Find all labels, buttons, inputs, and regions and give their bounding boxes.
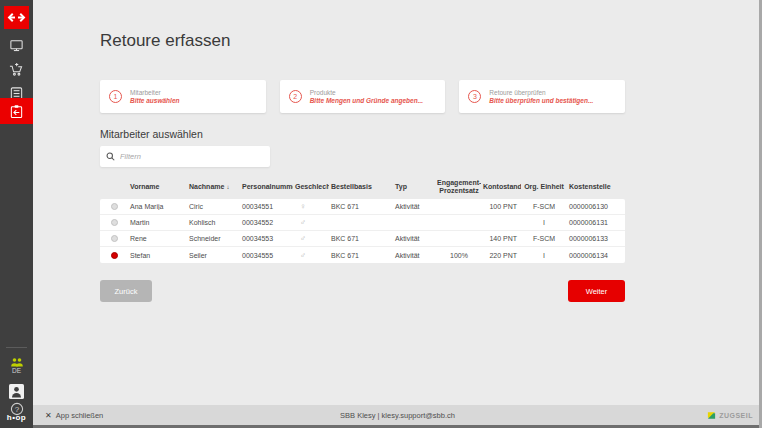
kostenstelle-cell: 0000006130 [567,203,625,210]
sort-descending-icon[interactable]: ↓ [226,184,229,190]
typ-cell: Aktivität [393,252,437,259]
page-title: Retoure erfassen [100,31,230,51]
search-icon [106,152,115,161]
step-label: Retoure überprüfen [489,89,593,96]
vorname-cell: Rene [128,235,187,242]
table-header-row: Vorname Nachname↓ Personalnummer Geschle… [100,175,625,199]
step-label: Mitarbeiter [130,89,179,96]
table-header: Vorname Nachname↓ Personalnummer Geschle… [100,175,625,199]
column-header-9[interactable]: Kostenstelle [567,183,625,191]
zugseil-brand: ZUGSEIL [707,411,753,420]
column-header-7[interactable]: Kontostand [481,183,521,191]
nachname-cell: Kohlisch [187,219,240,226]
personalnummer-cell: 00034553 [240,235,293,242]
table-row[interactable]: Ana Marija Ciric 00034551 ♀ BKC 671 Akti… [100,199,625,215]
personalnummer-cell: 00034555 [240,252,293,259]
org-einheit-cell: F-SCM [521,235,567,242]
monitor-icon [9,38,24,53]
row-select-radio[interactable] [111,252,118,259]
row-select-radio[interactable] [111,219,118,226]
column-header-3[interactable]: Geschlecht [293,183,329,191]
step-card-3[interactable]: 3 Retoure überprüfen Bitte überprüfen un… [459,80,625,113]
close-icon: ✕ [45,411,52,420]
engagement-cell: 100% [437,252,481,259]
column-header-label: Engagement-Prozentsatz [437,179,481,194]
zugseil-logo-icon [707,411,716,420]
add-to-cart-icon [9,62,24,77]
column-header-4[interactable]: Bestellbasis [329,183,393,191]
vorname-cell: Martin [128,219,187,226]
nachname-cell: Seiler [187,252,240,259]
sbb-double-arrow-icon [6,12,27,23]
step-number: 1 [114,93,118,100]
step-number-badge: 1 [109,90,122,103]
vorname-cell: Stefan [128,252,187,259]
step-number: 2 [293,93,297,100]
row-select-radio[interactable] [111,203,118,210]
org-einheit-cell: I [521,219,567,226]
column-header-label: Bestellbasis [331,183,372,190]
kontostand-cell: 100 PNT [481,203,521,210]
zugseil-brand-label: ZUGSEIL [719,412,753,419]
bestellbasis-cell: BKC 671 [329,235,393,242]
footer-bar: ✕ App schließen SBB Klesy | klesy.suppor… [33,405,762,428]
column-header-0[interactable]: Vorname [128,183,187,191]
table-body: Ana Marija Ciric 00034551 ♀ BKC 671 Akti… [100,199,625,263]
org-einheit-cell: F-SCM [521,203,567,210]
typ-cell: Aktivität [393,203,437,210]
step-card-1[interactable]: 1 Mitarbeiter Bitte auswählen [100,80,266,113]
gender-male-icon: ♂ [293,234,329,243]
column-header-label: Kostenstelle [569,183,611,190]
gender-male-icon: ♂ [293,251,329,260]
kostenstelle-cell: 0000006131 [567,219,625,226]
step-hint: Bitte auswählen [130,97,179,104]
column-header-label: Kontostand [483,183,521,190]
select-cell [100,235,128,243]
org-einheit-cell: I [521,252,567,259]
sidebar-item-order[interactable] [0,57,33,82]
column-header-label: Nachname [189,183,224,190]
stepper: 1 Mitarbeiter Bitte auswählen 2 Produkte… [100,80,625,113]
sidebar-divider [6,347,27,348]
personalnummer-cell: 00034551 [240,203,293,210]
back-button[interactable]: Zurück [100,280,152,302]
step-label: Produkte [310,89,423,96]
svg-text:?: ? [14,404,19,413]
column-header-6[interactable]: Engagement-Prozentsatz [437,179,481,196]
kontostand-cell: 140 PNT [481,235,521,242]
table-row[interactable]: Martin Kohlisch 00034552 ♂ I 0000006131 [100,215,625,231]
column-header-label: Geschlecht [295,183,329,190]
personalnummer-cell: 00034552 [240,219,293,226]
table-row[interactable]: Stefan Seiler 00034555 ♂ BKC 671 Aktivit… [100,247,625,263]
filter-input[interactable] [120,152,264,161]
column-header-2[interactable]: Personalnummer [240,183,293,191]
gender-female-icon: ♀ [293,202,329,211]
next-button[interactable]: Weiter [568,280,625,302]
row-select-radio[interactable] [111,235,118,242]
step-card-2[interactable]: 2 Produkte Bitte Mengen und Gründe angeb… [280,80,446,113]
app-close-label: App schließen [56,411,104,420]
nachname-cell: Ciric [187,203,240,210]
table-row[interactable]: Rene Schneider 00034553 ♂ BKC 671 Aktivi… [100,231,625,247]
filter-box [100,146,270,167]
column-header-label: Vorname [130,183,159,190]
sidebar-item-retoure[interactable] [0,98,33,124]
column-header-5[interactable]: Typ [393,183,437,191]
column-header-8[interactable]: Org. Einheit [521,183,567,191]
sidebar: DE ? h•op [0,0,33,428]
step-hint: Bitte Mengen und Gründe angeben... [310,97,423,104]
step-number-badge: 2 [289,90,302,103]
gender-male-icon: ♂ [293,218,329,227]
sidebar-item-dashboard[interactable] [0,33,33,58]
column-header-label: Personalnummer [242,183,293,190]
support-info: SBB Klesy | klesy.support@sbb.ch [340,411,455,420]
step-hint: Bitte überprüfen und bestätigen... [489,97,593,104]
return-clipboard-icon [9,104,24,119]
sbb-logo[interactable] [4,6,29,29]
language-selector[interactable]: DE [0,367,33,374]
select-cell [100,251,128,259]
nachname-cell: Schneider [187,235,240,242]
app-close-button[interactable]: ✕ App schließen [45,411,103,420]
column-header-1[interactable]: Nachname↓ [187,183,240,191]
kostenstelle-cell: 0000006133 [567,235,625,242]
